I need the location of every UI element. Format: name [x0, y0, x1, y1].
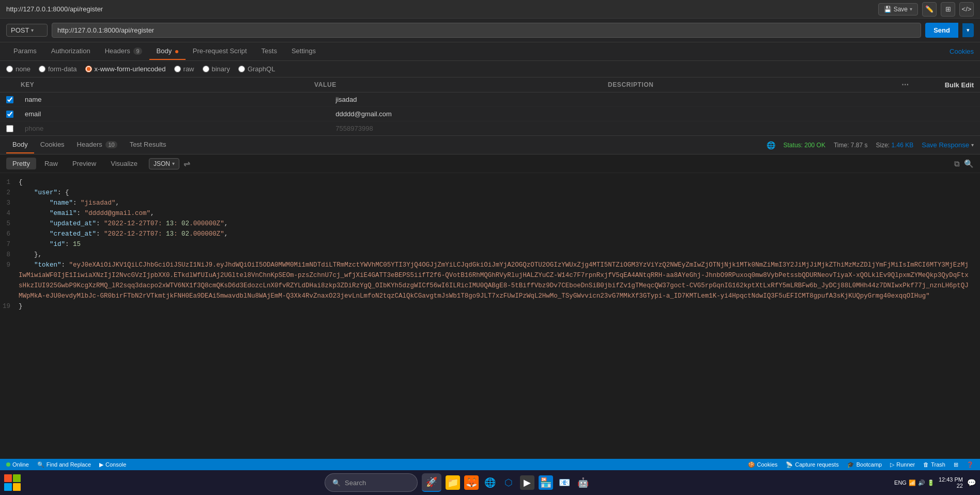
line-content: "created_at": "2022-12-27T07: 13: 02.000…: [19, 229, 980, 239]
kv-row-email-checkbox[interactable]: [6, 111, 13, 118]
line-number: 2: [0, 188, 19, 198]
method-selector[interactable]: POST ▾: [6, 24, 48, 37]
layout-icon-button[interactable]: ⊞: [941, 2, 955, 17]
view-tab-visualize[interactable]: Visualize: [104, 158, 144, 169]
taskbar: 🔍 Search 🚀 📁 🦊 🌐 ⬡ ▶ 🏪 📧 🤖 ENG 📶 🔊 🔋 12:…: [0, 470, 980, 495]
url-input[interactable]: [52, 23, 921, 38]
body-type-binary[interactable]: binary: [203, 65, 230, 73]
save-response-button[interactable]: Save Response ▾: [922, 141, 974, 149]
tab-headers[interactable]: Headers 9: [98, 43, 149, 60]
body-type-urlencoded[interactable]: x-www-form-urlencoded: [85, 65, 166, 73]
taskbar-terminal[interactable]: ▶: [520, 475, 534, 490]
kv-table: KEY VALUE DESCRIPTION ⋯ Bulk Edit name j…: [0, 78, 980, 136]
volume-icon[interactable]: 🔊: [918, 479, 925, 486]
taskbar-vscode[interactable]: ⬡: [501, 475, 516, 490]
body-type-none-label: none: [16, 65, 30, 73]
send-button[interactable]: Send: [925, 23, 958, 38]
body-type-none[interactable]: none: [6, 65, 30, 73]
window-url: http://127.0.0.1:8000/api/register: [6, 5, 103, 13]
kv-row-email: email ddddd@gmail.com: [0, 107, 980, 121]
response-tab-test-results[interactable]: Test Results: [124, 136, 173, 153]
runner-button[interactable]: ▷ Runner: [890, 461, 915, 468]
help-icon[interactable]: ❓: [967, 461, 974, 468]
kv-row-phone-checkbox[interactable]: [6, 125, 13, 132]
bootcamp-button[interactable]: 🎓 Bootcamp: [847, 461, 882, 468]
taskbar-android[interactable]: 🤖: [576, 475, 590, 490]
line-content: "email": "ddddd@gmail.com",: [19, 208, 980, 219]
body-type-urlencoded-radio[interactable]: [85, 66, 92, 72]
taskbar-mail[interactable]: 📧: [557, 475, 572, 490]
kv-row-name-value: jisadad: [331, 95, 642, 104]
body-type-raw-radio[interactable]: [174, 66, 181, 72]
view-tab-pretty[interactable]: Pretty: [6, 158, 36, 169]
method-dropdown-icon: ▾: [31, 27, 34, 33]
taskbar-chrome[interactable]: 🌐: [483, 475, 497, 490]
taskbar-search[interactable]: 🔍 Search: [325, 473, 418, 492]
wrap-button[interactable]: ⇌: [183, 159, 190, 168]
status-ok-label: Status: 200 OK: [784, 142, 825, 149]
title-bar-actions: 💾 Save ▾ ✏️ ⊞ </>: [878, 2, 974, 17]
taskbar-clock[interactable]: 12:43 PM 22: [939, 476, 963, 489]
line-content: "user": {: [19, 188, 980, 198]
cookies-status-button[interactable]: 🍪 Cookies: [748, 461, 778, 468]
view-tab-preview[interactable]: Preview: [66, 158, 102, 169]
line-content: "name": "jisadad",: [19, 198, 980, 208]
windows-logo[interactable]: [4, 474, 21, 491]
find-replace-button[interactable]: 🔍 Find and Replace: [37, 461, 91, 468]
body-type-form-data-radio[interactable]: [39, 66, 45, 72]
notification-icon[interactable]: 💬: [967, 478, 976, 487]
taskbar-postman[interactable]: 🚀: [422, 473, 441, 492]
code-area[interactable]: 1{2 "user": {3 "name": "jisadad",4 "emai…: [0, 173, 980, 459]
capture-requests-button[interactable]: 📡 Capture requests: [786, 461, 838, 468]
tab-settings[interactable]: Settings: [284, 43, 323, 60]
grid-icon[interactable]: ⊞: [954, 461, 958, 468]
body-type-form-data[interactable]: form-data: [39, 65, 77, 73]
body-type-raw[interactable]: raw: [174, 65, 194, 73]
kv-row-name-checkbox[interactable]: [6, 96, 13, 103]
taskbar-firefox[interactable]: 🦊: [464, 475, 479, 490]
response-tab-cookies[interactable]: Cookies: [34, 136, 71, 153]
capture-icon: 📡: [786, 461, 793, 468]
cookies-link[interactable]: Cookies: [950, 48, 974, 55]
code-line: 9 "token": "eyJ0eXAiOiJKV1QiLCJhbGciOiJS…: [0, 260, 980, 301]
battery-icon[interactable]: 🔋: [927, 479, 935, 486]
body-type-graphql-radio[interactable]: [238, 66, 245, 72]
tab-params[interactable]: Params: [6, 43, 44, 60]
view-tab-raw[interactable]: Raw: [38, 158, 64, 169]
send-dropdown-button[interactable]: ▾: [962, 23, 974, 37]
win-logo-blue: [4, 483, 12, 491]
taskbar-files[interactable]: 📁: [446, 475, 460, 490]
tab-authorization[interactable]: Authorization: [44, 43, 98, 60]
body-type-binary-radio[interactable]: [203, 66, 209, 72]
tab-body[interactable]: Body: [149, 43, 186, 60]
code-line: 1{: [0, 177, 980, 188]
code-icon-button[interactable]: </>: [959, 2, 974, 17]
response-tab-body[interactable]: Body: [6, 136, 34, 153]
body-type-form-data-label: form-data: [48, 65, 77, 73]
save-button[interactable]: 💾 Save ▾: [878, 3, 918, 16]
save-icon: 💾: [884, 6, 892, 13]
network-icon[interactable]: 📶: [909, 479, 916, 486]
kv-row-phone-value: 7558973998: [331, 123, 642, 133]
trash-button[interactable]: 🗑 Trash: [923, 461, 945, 468]
format-selector[interactable]: JSON ▾: [149, 158, 179, 169]
body-type-graphql[interactable]: GraphQL: [238, 65, 275, 73]
tab-pre-request[interactable]: Pre-request Script: [186, 43, 254, 60]
taskbar-search-icon: 🔍: [332, 479, 341, 487]
tab-tests[interactable]: Tests: [254, 43, 284, 60]
more-options-icon[interactable]: ⋯: [901, 81, 922, 89]
win-logo-green: [13, 474, 21, 482]
trash-icon: 🗑: [923, 461, 929, 468]
status-bar: Online 🔍 Find and Replace ▶ Console 🍪 Co…: [0, 459, 980, 470]
edit-icon-button[interactable]: ✏️: [922, 2, 937, 17]
line-number: 6: [0, 229, 19, 239]
online-indicator[interactable]: Online: [6, 461, 29, 468]
search-button[interactable]: 🔍: [964, 159, 974, 168]
response-tab-headers[interactable]: Headers 10: [71, 136, 124, 153]
time-label: Time: 7.87 s: [834, 142, 868, 149]
console-button[interactable]: ▶ Console: [99, 461, 126, 468]
copy-button[interactable]: ⧉: [954, 159, 960, 168]
taskbar-store[interactable]: 🏪: [539, 475, 553, 490]
body-type-none-radio[interactable]: [6, 66, 13, 72]
bulk-edit-button[interactable]: Bulk Edit: [945, 81, 974, 89]
